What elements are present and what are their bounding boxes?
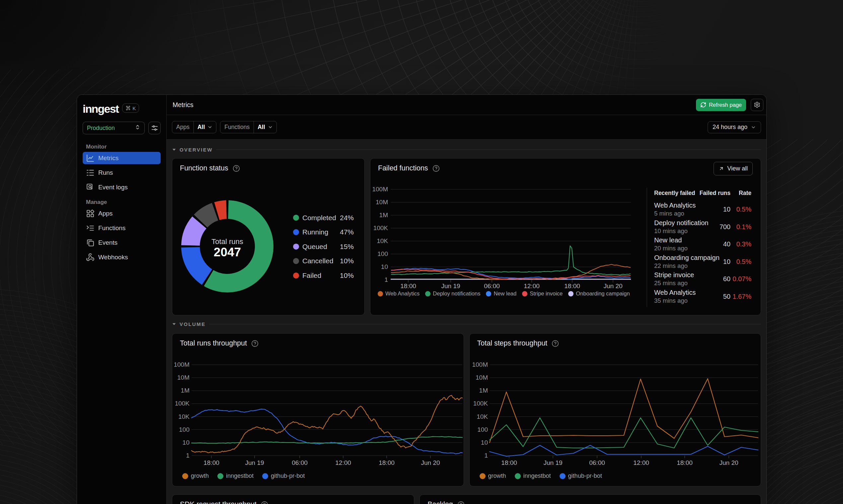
svg-text:10: 10 <box>381 263 388 270</box>
svg-text:35 mins ago: 35 mins ago <box>654 297 688 304</box>
svg-text:100K: 100K <box>175 400 190 407</box>
svg-text:1: 1 <box>186 452 190 459</box>
svg-text:1: 1 <box>484 452 488 459</box>
svg-text:10: 10 <box>183 439 190 446</box>
svg-text:Jun 20: Jun 20 <box>719 459 738 466</box>
svg-text:18:00: 18:00 <box>400 283 416 289</box>
svg-text:Jun 20: Jun 20 <box>421 459 440 466</box>
svg-text:10: 10 <box>723 205 730 213</box>
svg-text:1.67%: 1.67% <box>733 293 752 300</box>
svg-text:1: 1 <box>384 276 388 283</box>
svg-text:06:00: 06:00 <box>589 459 605 466</box>
svg-text:18:00: 18:00 <box>379 459 395 466</box>
svg-text:15%: 15% <box>340 243 354 250</box>
svg-text:700: 700 <box>720 223 730 231</box>
svg-text:100M: 100M <box>472 361 488 368</box>
svg-text:18:00: 18:00 <box>677 459 693 466</box>
svg-text:Onboarding campaign: Onboarding campaign <box>654 254 720 261</box>
svg-text:18:00: 18:00 <box>501 459 517 466</box>
svg-text:12:00: 12:00 <box>633 459 649 466</box>
svg-text:Rate: Rate <box>739 190 752 196</box>
svg-text:60: 60 <box>723 275 730 283</box>
svg-text:50: 50 <box>723 293 730 300</box>
svg-text:1M: 1M <box>379 212 388 218</box>
svg-text:10M: 10M <box>177 374 190 381</box>
svg-text:10: 10 <box>481 439 487 446</box>
svg-text:10K: 10K <box>377 237 388 245</box>
svg-text:25 mins ago: 25 mins ago <box>654 280 688 287</box>
svg-text:06:00: 06:00 <box>292 459 308 466</box>
svg-text:10%: 10% <box>340 257 354 265</box>
svg-text:Completed: Completed <box>302 214 336 221</box>
svg-text:0.07%: 0.07% <box>733 275 752 283</box>
svg-text:Web Analytics: Web Analytics <box>654 289 695 296</box>
svg-text:06:00: 06:00 <box>484 283 500 289</box>
svg-text:12:00: 12:00 <box>524 283 540 289</box>
svg-text:1M: 1M <box>181 387 190 394</box>
svg-text:Recently failed: Recently failed <box>654 190 695 196</box>
svg-text:Jun 19: Jun 19 <box>245 459 264 466</box>
svg-text:0.3%: 0.3% <box>736 240 752 248</box>
svg-text:24%: 24% <box>340 214 354 221</box>
svg-text:18:00: 18:00 <box>564 283 580 289</box>
svg-text:100: 100 <box>477 426 488 433</box>
svg-text:Cancelled: Cancelled <box>302 257 333 265</box>
svg-text:18:00: 18:00 <box>204 459 219 466</box>
svg-text:Web Analytics: Web Analytics <box>654 202 695 209</box>
svg-text:Deploy notification: Deploy notification <box>654 219 708 227</box>
svg-text:22 mins ago: 22 mins ago <box>654 262 688 269</box>
svg-text:10M: 10M <box>476 374 488 381</box>
svg-text:40: 40 <box>723 240 730 248</box>
svg-text:0.5%: 0.5% <box>736 258 752 265</box>
svg-text:5 mins ago: 5 mins ago <box>654 210 684 217</box>
svg-text:Failed runs: Failed runs <box>700 190 731 196</box>
svg-text:Stripe invoice: Stripe invoice <box>654 271 694 278</box>
svg-text:2047: 2047 <box>214 245 241 259</box>
svg-text:Jun 20: Jun 20 <box>603 283 622 289</box>
svg-text:100: 100 <box>377 250 388 257</box>
svg-text:10K: 10K <box>477 413 488 420</box>
svg-text:10: 10 <box>723 258 730 265</box>
svg-text:10 mins ago: 10 mins ago <box>654 228 688 234</box>
svg-text:100M: 100M <box>372 186 388 193</box>
svg-text:Jun 19: Jun 19 <box>543 459 562 466</box>
svg-text:Jun 19: Jun 19 <box>441 283 460 289</box>
svg-text:100K: 100K <box>473 400 488 407</box>
svg-text:10K: 10K <box>178 413 190 420</box>
svg-text:12:00: 12:00 <box>335 459 351 466</box>
svg-text:Failed: Failed <box>302 272 321 279</box>
svg-text:New lead: New lead <box>654 236 682 244</box>
svg-text:100: 100 <box>179 426 190 433</box>
svg-text:0.1%: 0.1% <box>736 223 752 231</box>
svg-text:Total runs: Total runs <box>211 237 243 246</box>
svg-text:10%: 10% <box>340 272 354 279</box>
svg-text:0.5%: 0.5% <box>736 205 752 213</box>
svg-text:47%: 47% <box>340 228 354 236</box>
svg-text:100K: 100K <box>373 224 388 231</box>
svg-text:1M: 1M <box>479 387 487 394</box>
svg-text:Running: Running <box>302 228 328 236</box>
svg-text:100M: 100M <box>174 361 190 368</box>
svg-text:Queued: Queued <box>302 243 327 250</box>
svg-text:20 mins ago: 20 mins ago <box>654 245 688 252</box>
svg-text:10M: 10M <box>376 199 388 205</box>
